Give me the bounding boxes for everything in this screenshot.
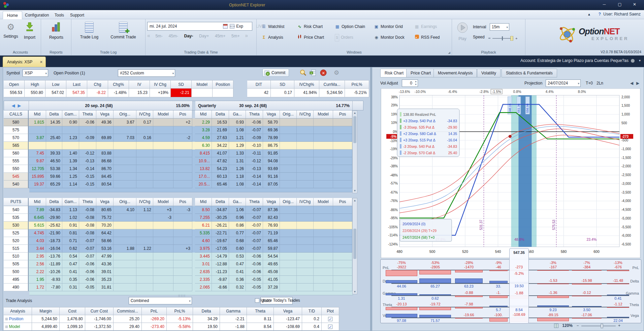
chain-cell[interactable] (173, 157, 192, 165)
zoom-out-icon[interactable]: − (576, 323, 579, 328)
chain-cell[interactable]: -18.73 (46, 237, 62, 245)
chain-cell[interactable]: -0.12 (246, 157, 263, 165)
chain-cell[interactable] (153, 276, 173, 284)
chain-cell[interactable]: 60.13 (212, 173, 229, 180)
chain-cell[interactable] (297, 276, 314, 284)
chain-cell[interactable]: 0.77 (229, 229, 246, 237)
chain-cell[interactable]: 39.01 (96, 268, 114, 276)
chain-cell[interactable] (333, 134, 352, 142)
chain-cell[interactable] (114, 229, 136, 237)
chain-cell[interactable]: 0.91 (62, 222, 79, 229)
chain-cell[interactable]: 21.69 (212, 126, 229, 134)
chain-cell[interactable] (314, 284, 333, 291)
chain-cell[interactable]: 43.36 (96, 260, 114, 268)
chain-cell[interactable]: 1.88 (114, 245, 136, 253)
chain-cell[interactable] (173, 260, 192, 268)
chain-cell[interactable]: 86.70 (96, 165, 114, 173)
chain-cell[interactable] (153, 142, 173, 150)
chain-cell[interactable]: 17.0... (195, 173, 212, 180)
chain-cell[interactable]: 12.705 (29, 165, 46, 173)
account-dropdown-icon[interactable]: ▾ (639, 59, 641, 62)
chain-cell[interactable] (153, 222, 173, 229)
chain-cell[interactable]: 0.41 (229, 268, 246, 276)
chain-cell[interactable] (280, 237, 297, 245)
chain-cell[interactable]: 1.23 (62, 134, 79, 142)
import-button[interactable]: Import (21, 22, 38, 40)
risk-chart-canvas[interactable]: 546.15551.36556.98531.37575.5327.8%48.8%… (374, 89, 644, 259)
price-chart-button[interactable]: Price Chart (297, 34, 324, 41)
nav-5m-fwd[interactable]: 5m+ (231, 34, 240, 38)
chain-cell[interactable] (297, 268, 314, 276)
chain-cell[interactable] (114, 165, 136, 173)
strike-cell[interactable]: 515 (4, 245, 29, 253)
strike-cell[interactable]: 565 (4, 142, 29, 150)
chain-cell[interactable]: -3 (153, 214, 173, 222)
chain-cell[interactable]: 86.75 (263, 142, 280, 150)
chain-cell[interactable] (297, 229, 314, 237)
chain-cell[interactable] (314, 237, 333, 245)
chain-cell[interactable]: -0.06 (246, 253, 263, 260)
strike-cell[interactable]: 500 (4, 268, 29, 276)
chain-cell[interactable] (280, 157, 297, 165)
chain-cell[interactable] (136, 180, 153, 188)
chain-cell[interactable] (314, 206, 333, 214)
monitor-grid-button[interactable]: ▣Monitor Grid (374, 23, 403, 30)
chain-cell[interactable] (136, 276, 153, 284)
chain-cell[interactable]: 2.635 (195, 268, 212, 276)
chain-cell[interactable]: 5.615 (29, 222, 46, 229)
trade-analysis-mode-select[interactable]: Combined▾ (129, 297, 192, 304)
chain-cell[interactable] (280, 150, 297, 157)
tab-tools[interactable]: Tools (51, 11, 68, 19)
chain-cell[interactable]: -0.05 (246, 276, 263, 284)
tab-volatility[interactable]: Volatility (477, 69, 501, 77)
chain-cell[interactable]: 7.45 (29, 150, 46, 157)
chain-cell[interactable]: 4.59 (195, 134, 212, 142)
chain-cell[interactable]: +3 (153, 206, 173, 214)
group-expand-icon[interactable]: ◢ (448, 51, 450, 54)
projection-next-icon[interactable]: ▶ (636, 81, 639, 86)
chain-cell[interactable] (280, 245, 297, 253)
chain-cell[interactable] (136, 157, 153, 165)
chain-cell[interactable]: 47.82 (212, 157, 229, 165)
chain-cell[interactable]: 15.895 (29, 173, 46, 180)
chain-cell[interactable]: 76.93 (263, 222, 280, 229)
chain-cell[interactable] (173, 173, 192, 180)
chain-cell[interactable] (173, 142, 192, 150)
chain-cell[interactable] (114, 268, 136, 276)
chain-cell[interactable] (314, 260, 333, 268)
chain-cell[interactable] (314, 142, 333, 150)
chain-cell[interactable]: -0.14 (79, 165, 96, 173)
chain-cell[interactable]: 83.88 (96, 150, 114, 157)
vol-adjust-stepper[interactable]: 0 ▲ ▼ (402, 79, 418, 87)
chain-cell[interactable]: 0.47 (62, 260, 79, 268)
chain-cell[interactable] (153, 268, 173, 276)
chain-cell[interactable]: -0.09 (79, 134, 96, 142)
chain-cell[interactable] (280, 284, 297, 291)
plot-checkbox[interactable]: ✓ (328, 325, 332, 329)
chain-cell[interactable] (136, 142, 153, 150)
chain-cell[interactable]: 0.93 (229, 119, 246, 126)
nav-45m-back[interactable]: 45m- (168, 34, 178, 38)
chain-cell[interactable] (153, 245, 173, 253)
front-expiry-label[interactable]: 20 sep. 24 (58) (29, 103, 169, 108)
chain-cell[interactable]: -7.80 (46, 284, 62, 291)
chain-cell[interactable]: 0.35 (62, 276, 79, 284)
chain-cell[interactable]: 64.42 (96, 229, 114, 237)
chain-cell[interactable]: 0.32 (229, 284, 246, 291)
chain-cell[interactable]: -0.12 (79, 150, 96, 157)
chain-cell[interactable] (173, 268, 192, 276)
chain-cell[interactable] (173, 284, 192, 291)
tab-statistics[interactable]: Statistics & Fundamentals (502, 69, 557, 77)
chain-cell[interactable]: -0.07 (246, 126, 263, 134)
chain-cell[interactable]: -22.71 (212, 229, 229, 237)
chain-cell[interactable] (314, 126, 333, 134)
chain-cell[interactable]: 1.95 (29, 276, 46, 284)
chain-cell[interactable] (297, 142, 314, 150)
puts-scrollbar[interactable]: ▲▼ (352, 198, 357, 294)
trade-log-button[interactable]: Trade Log (77, 22, 101, 39)
chain-cell[interactable] (114, 150, 136, 157)
chain-cell[interactable] (314, 276, 333, 284)
chain-cell[interactable]: -0.06 (246, 260, 263, 268)
chain-cell[interactable] (314, 268, 333, 276)
chain-cell[interactable] (153, 165, 173, 173)
